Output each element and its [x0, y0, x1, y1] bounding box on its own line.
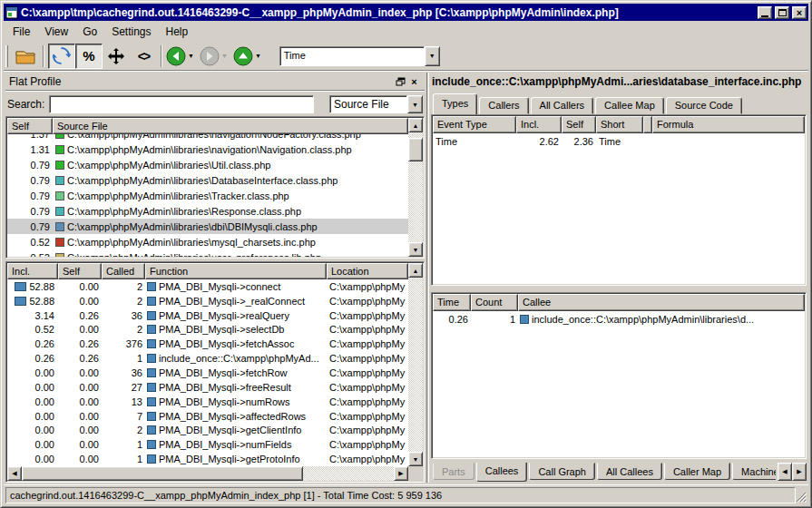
function-name: PMA_DBI_Mysqli->getProtoInfo: [159, 454, 300, 464]
function-row[interactable]: 0.00 0.00 1 PMA_DBI_Mysqli->getProtoInfo…: [7, 452, 408, 466]
maximize-button[interactable]: [775, 6, 789, 19]
file-row[interactable]: 0.79 C:\xampp\phpMyAdmin\libraries\Track…: [7, 188, 408, 203]
back-button[interactable]: [166, 46, 186, 66]
function-row[interactable]: 0.52 0.00 2 PMA_DBI_Mysqli->selectDb C:\…: [7, 323, 408, 337]
float-panel-button[interactable]: [394, 75, 407, 88]
column-header[interactable]: Formula: [652, 116, 805, 133]
column-header[interactable]: Self: [7, 118, 53, 134]
detail-bottom-tab[interactable]: Caller Map: [664, 463, 730, 480]
up-button[interactable]: [233, 46, 253, 66]
detail-tab[interactable]: Source Code: [666, 97, 742, 114]
file-list-vscrollbar[interactable]: ▲ ▼: [408, 118, 423, 257]
file-row[interactable]: 0.52 C:\xampp\phpMyAdmin\libraries\user_…: [7, 249, 408, 257]
toolbar-handle[interactable]: [5, 45, 8, 67]
expand-areas-button[interactable]: [103, 44, 130, 69]
menu-item[interactable]: File: [5, 23, 37, 41]
back-dropdown-arrow[interactable]: ▼: [188, 53, 194, 59]
scroll-down-icon[interactable]: ▼: [408, 452, 423, 466]
menu-item[interactable]: Go: [75, 23, 104, 41]
detail-tab[interactable]: All Callers: [531, 97, 594, 114]
search-input[interactable]: [49, 95, 314, 113]
function-name: PMA_DBI_Mysqli->connect: [159, 281, 280, 292]
minimize-button[interactable]: [758, 6, 772, 19]
column-header[interactable]: Location: [327, 263, 408, 279]
detail-bottom-tab[interactable]: Machine: [732, 463, 776, 480]
tabs-scroll-left-icon[interactable]: ◀: [778, 463, 792, 481]
detail-tab[interactable]: Callers: [479, 97, 528, 114]
self-cost: 0.00: [58, 367, 102, 378]
titlebar: C:\xampp\tmp\cachegrind.out.1416463299-C…: [4, 4, 808, 21]
column-header[interactable]: Self: [58, 263, 102, 279]
open-file-button[interactable]: [12, 44, 39, 69]
detail-bottom-tab[interactable]: Parts: [433, 463, 474, 480]
file-row[interactable]: 0.79 C:\xampp\phpMyAdmin\libraries\dbi\D…: [7, 219, 408, 234]
callee-row[interactable]: 0.26 1 include_once::C:\xampp\phpMyAdmin…: [433, 311, 805, 327]
function-row[interactable]: 0.26 0.26 376 PMA_DBI_Mysqli->fetchAssoc…: [7, 337, 408, 351]
column-header[interactable]: Event Type: [433, 116, 516, 133]
event-type-select[interactable]: Time ▼: [279, 46, 440, 66]
detail-bottom-tab[interactable]: Call Graph: [529, 463, 595, 480]
function-table-hscrollbar[interactable]: ◀ ▶: [7, 466, 408, 481]
resize-grip[interactable]: [796, 492, 807, 503]
function-name: PMA_DBI_Mysqli->numRows: [159, 396, 290, 407]
file-row[interactable]: 0.52 C:\xampp\phpMyAdmin\libraries\mysql…: [7, 234, 408, 249]
file-row[interactable]: 0.79 C:\xampp\phpMyAdmin\libraries\Datab…: [7, 172, 408, 188]
function-row[interactable]: 0.00 0.00 7 PMA_DBI_Mysqli->affectedRows…: [7, 409, 408, 424]
file-type-icon: [55, 207, 64, 216]
function-row[interactable]: 3.14 0.26 36 PMA_DBI_Mysqli->realQuery C…: [7, 308, 408, 323]
menu-item[interactable]: Help: [159, 23, 196, 41]
function-row[interactable]: 52.88 0.00 2 PMA_DBI_Mysqli->_realConnec…: [7, 294, 408, 308]
column-header[interactable]: Source File: [53, 118, 408, 134]
menu-item[interactable]: View: [37, 23, 75, 41]
file-row[interactable]: 1.37 C:\xampp\phpMyAdmin\libraries\navig…: [7, 134, 408, 142]
column-header[interactable]: Callee: [518, 294, 805, 311]
file-row[interactable]: 1.31 C:\xampp\phpMyAdmin\libraries\navig…: [7, 142, 408, 157]
cycle-detection-button[interactable]: [48, 44, 75, 69]
function-row[interactable]: 0.00 0.00 36 PMA_DBI_Mysqli->fetchRow C:…: [7, 366, 408, 380]
function-location: C:\xampp\phpMy: [327, 439, 408, 450]
column-header[interactable]: Function: [145, 263, 327, 279]
scrollbar-thumb[interactable]: [22, 466, 303, 481]
detail-tab[interactable]: Types: [433, 93, 477, 114]
function-row[interactable]: 52.88 0.00 2 PMA_DBI_Mysqli->connect C:\…: [7, 279, 408, 294]
function-row[interactable]: 0.00 0.00 1 PMA_DBI_Mysqli->numFields C:…: [7, 437, 408, 452]
callees-table: TimeCountCallee 0.26 1 include_once::C:\…: [431, 292, 807, 459]
tabs-scroll-right-icon[interactable]: ▶: [792, 463, 807, 481]
scroll-down-icon[interactable]: ▼: [408, 242, 423, 257]
scroll-right-icon[interactable]: ▶: [394, 466, 408, 481]
event-type-name: Time: [433, 136, 516, 147]
group-by-select[interactable]: Source File ▼: [329, 95, 423, 113]
chevron-down-icon[interactable]: ▼: [407, 95, 423, 113]
function-row[interactable]: 0.00 0.00 13 PMA_DBI_Mysqli->numRows C:\…: [7, 395, 408, 409]
function-row[interactable]: 0.00 0.00 2 PMA_DBI_Mysqli->getClientInf…: [7, 423, 408, 437]
function-row[interactable]: 0.00 0.00 27 PMA_DBI_Mysqli->freeResult …: [7, 380, 408, 395]
column-header[interactable]: [643, 116, 652, 133]
column-header[interactable]: Short: [596, 116, 643, 133]
detail-bottom-tab[interactable]: Callees: [476, 463, 528, 482]
column-header[interactable]: Incl.: [516, 116, 562, 133]
file-row[interactable]: 0.79 C:\xampp\phpMyAdmin\libraries\Respo…: [7, 203, 408, 219]
scroll-up-icon[interactable]: ▲: [408, 118, 423, 132]
detail-tab[interactable]: Callee Map: [595, 97, 664, 114]
relative-percent-button[interactable]: %: [75, 44, 103, 69]
scroll-left-icon[interactable]: ◀: [7, 466, 22, 481]
self-cost: 0.00: [58, 454, 102, 464]
column-header[interactable]: Called: [102, 263, 145, 279]
column-header[interactable]: Self: [562, 116, 596, 133]
column-header[interactable]: Time: [433, 294, 471, 311]
scroll-up-icon[interactable]: ▲: [408, 263, 423, 278]
menu-item[interactable]: Settings: [104, 23, 158, 41]
event-type-row[interactable]: Time 2.62 2.36 Time: [433, 133, 805, 149]
close-panel-button[interactable]: ×: [407, 75, 421, 88]
shorten-templates-button[interactable]: <>: [130, 44, 157, 69]
function-row[interactable]: 0.26 0.26 1 include_once::C:\xampp\phpMy…: [7, 351, 408, 366]
column-header[interactable]: Count: [471, 294, 518, 311]
function-table-vscrollbar[interactable]: ▲ ▼: [408, 263, 423, 466]
detail-bottom-tab[interactable]: All Callees: [597, 463, 662, 480]
up-dropdown-arrow[interactable]: ▼: [255, 53, 261, 59]
scrollbar-thumb[interactable]: [408, 138, 423, 161]
close-button[interactable]: ×: [792, 6, 807, 19]
column-header[interactable]: Incl.: [7, 263, 58, 279]
file-row[interactable]: 0.79 C:\xampp\phpMyAdmin\libraries\Util.…: [7, 157, 408, 172]
chevron-down-icon[interactable]: ▼: [425, 46, 440, 66]
